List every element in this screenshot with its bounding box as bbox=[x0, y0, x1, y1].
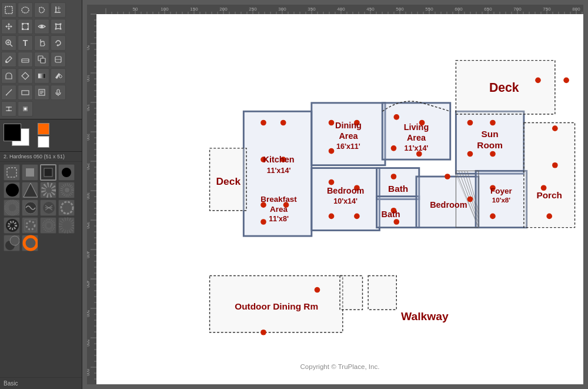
transform-tool[interactable] bbox=[18, 19, 33, 34]
svg-rect-39 bbox=[26, 168, 34, 177]
clone-tool[interactable] bbox=[34, 52, 49, 67]
svg-text:Area: Area bbox=[339, 131, 358, 141]
svg-text:16'x11': 16'x11' bbox=[336, 142, 360, 151]
svg-text:500: 500 bbox=[87, 310, 90, 317]
svg-text:10'x8': 10'x8' bbox=[492, 197, 510, 204]
select-tool[interactable] bbox=[1, 2, 16, 18]
svg-text:Area: Area bbox=[270, 205, 288, 214]
brush-preset-16[interactable] bbox=[58, 217, 75, 234]
zoom-tool[interactable] bbox=[1, 35, 16, 51]
brush-preset-14[interactable] bbox=[22, 217, 38, 234]
audio-tool[interactable] bbox=[51, 85, 66, 100]
svg-text:350: 350 bbox=[308, 6, 316, 12]
svg-point-298 bbox=[445, 174, 450, 179]
svg-point-269 bbox=[260, 120, 266, 126]
dodge-tool[interactable] bbox=[1, 68, 16, 84]
ellipse-tool[interactable] bbox=[18, 2, 33, 18]
svg-text:Sun: Sun bbox=[482, 129, 499, 139]
svg-point-304 bbox=[315, 287, 320, 293]
color-sample-tool[interactable] bbox=[18, 101, 33, 117]
svg-text:350: 350 bbox=[87, 222, 90, 229]
color-swatch-area[interactable] bbox=[4, 124, 33, 147]
brush-preset-2[interactable] bbox=[22, 164, 38, 181]
svg-text:Living: Living bbox=[404, 122, 429, 132]
notes-tool[interactable] bbox=[34, 85, 49, 100]
brush-preset-3[interactable] bbox=[40, 164, 56, 181]
svg-point-290 bbox=[467, 120, 473, 126]
sharpen-tool[interactable] bbox=[18, 68, 33, 84]
brush-preset-12[interactable] bbox=[58, 200, 75, 216]
svg-rect-9 bbox=[22, 28, 24, 30]
brush-preset-17[interactable] bbox=[4, 235, 20, 251]
svg-text:150: 150 bbox=[87, 104, 90, 111]
svg-point-281 bbox=[329, 214, 335, 220]
brush-preset-13[interactable] bbox=[4, 217, 20, 234]
svg-point-41 bbox=[62, 168, 71, 177]
move-tool[interactable] bbox=[1, 19, 16, 34]
text-tool[interactable]: T bbox=[18, 35, 33, 51]
warp-tool[interactable] bbox=[51, 19, 66, 34]
eraser-tool[interactable] bbox=[18, 52, 33, 67]
svg-point-57 bbox=[61, 219, 74, 232]
svg-point-18 bbox=[6, 61, 8, 63]
svg-point-305 bbox=[260, 330, 266, 335]
svg-text:Bedroom: Bedroom bbox=[327, 186, 364, 195]
svg-rect-260 bbox=[340, 275, 363, 310]
shape-tool[interactable] bbox=[18, 85, 33, 100]
ruler-horizontal: 5010015020025030035040045050055060065070… bbox=[96, 5, 583, 14]
svg-text:11'x8': 11'x8' bbox=[269, 215, 289, 223]
brush-preset-18[interactable] bbox=[22, 235, 38, 251]
brush-preset-6[interactable] bbox=[22, 182, 38, 198]
crop-tool[interactable] bbox=[51, 2, 66, 18]
lasso-tool[interactable] bbox=[34, 2, 49, 18]
patch-tool[interactable] bbox=[51, 52, 66, 67]
brush-tool[interactable] bbox=[1, 52, 16, 67]
foreground-color-swatch[interactable] bbox=[4, 124, 21, 141]
svg-rect-21 bbox=[41, 58, 45, 63]
svg-line-13 bbox=[10, 44, 12, 46]
hand-tool[interactable] bbox=[34, 35, 49, 51]
measure-tool[interactable] bbox=[1, 101, 16, 117]
svg-text:650: 650 bbox=[484, 6, 492, 12]
svg-text:300: 300 bbox=[87, 192, 90, 200]
svg-point-289 bbox=[393, 219, 399, 225]
brush-row-5 bbox=[4, 235, 78, 251]
brush-preset-7[interactable] bbox=[40, 182, 56, 198]
eye-tool[interactable] bbox=[34, 19, 49, 34]
svg-point-279 bbox=[329, 179, 335, 185]
brush-preset-10[interactable] bbox=[22, 200, 38, 216]
svg-point-270 bbox=[280, 120, 286, 126]
svg-point-278 bbox=[329, 148, 335, 154]
svg-rect-7 bbox=[22, 23, 24, 25]
mode-label: Basic bbox=[0, 377, 82, 389]
svg-text:250: 250 bbox=[249, 6, 257, 12]
svg-text:300: 300 bbox=[278, 6, 286, 12]
svg-text:200: 200 bbox=[87, 134, 90, 141]
gradient-tool[interactable] bbox=[34, 68, 49, 84]
svg-text:400: 400 bbox=[87, 251, 90, 258]
brush-row-4 bbox=[4, 217, 78, 234]
canvas[interactable]: 5010015020025030035040045050055060065070… bbox=[87, 5, 583, 384]
brush-presets bbox=[0, 162, 82, 377]
brush-preset-4[interactable] bbox=[58, 164, 75, 181]
ruler-vertical: 50100150200250300350400450500550600 bbox=[87, 5, 96, 384]
brush-preset-5[interactable] bbox=[4, 182, 20, 198]
svg-point-295 bbox=[490, 214, 496, 220]
color-extra-1[interactable] bbox=[38, 123, 49, 135]
brush-preset-11[interactable] bbox=[40, 200, 56, 216]
svg-text:Bath: Bath bbox=[388, 184, 408, 194]
brush-preset-15[interactable] bbox=[40, 217, 56, 234]
brush-row-1 bbox=[4, 164, 78, 181]
svg-text:Room: Room bbox=[477, 140, 503, 150]
brush-preset-9[interactable] bbox=[4, 200, 20, 216]
rotate-tool[interactable] bbox=[51, 35, 66, 51]
svg-text:50: 50 bbox=[87, 45, 90, 50]
svg-text:11'x14': 11'x14' bbox=[267, 167, 291, 175]
brush-preset-8[interactable] bbox=[58, 182, 75, 198]
color-extra-2[interactable] bbox=[38, 136, 49, 148]
brush-preset-1[interactable] bbox=[4, 164, 20, 181]
svg-point-299 bbox=[467, 197, 473, 202]
pen-tool[interactable] bbox=[1, 85, 16, 100]
fill-tool[interactable] bbox=[51, 68, 66, 84]
svg-text:Dining: Dining bbox=[335, 121, 362, 130]
